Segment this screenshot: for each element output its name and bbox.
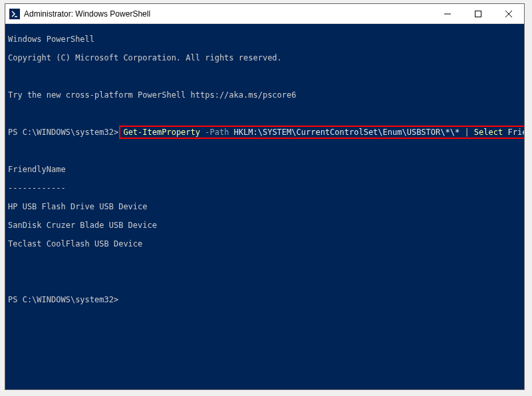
pipe-token: |: [464, 128, 469, 137]
blank-line: [8, 146, 521, 155]
output-rule: ------------: [8, 183, 521, 193]
path-token: HKLM:\SYSTEM\CurrentControlSet\Enum\USBS…: [234, 128, 460, 137]
minimize-button[interactable]: [432, 4, 463, 23]
property-token: FriendlyName: [507, 128, 524, 137]
command-line: PS C:\WINDOWS\system32> Get-ItemProperty…: [8, 128, 521, 137]
prompt: PS C:\WINDOWS\system32>: [8, 295, 118, 304]
command: Get-ItemProperty -Path HKLM:\SYSTEM\Curr…: [123, 128, 524, 137]
blank-line: [8, 276, 521, 286]
powershell-window: Administrator: Windows PowerShell Window…: [5, 3, 525, 390]
cmdlet-token: Select: [474, 128, 503, 137]
cmdlet-token: Get-ItemProperty: [123, 128, 200, 137]
window-title: Administrator: Windows PowerShell: [24, 9, 432, 19]
output-row: Teclast CoolFlash USB Device: [8, 239, 521, 248]
svg-rect-1: [475, 11, 481, 17]
blank-line: [8, 258, 521, 267]
output-header: FriendlyName: [8, 165, 521, 174]
param-token: -Path: [205, 128, 229, 137]
output-row: HP USB Flash Drive USB Device: [8, 202, 521, 211]
banner-line: Windows PowerShell: [8, 35, 521, 44]
powershell-icon: [9, 9, 20, 19]
titlebar[interactable]: Administrator: Windows PowerShell: [5, 4, 524, 24]
banner-line: Copyright (C) Microsoft Corporation. All…: [8, 53, 521, 62]
terminal-body[interactable]: Windows PowerShell Copyright (C) Microso…: [5, 24, 524, 389]
blank-line: [8, 72, 521, 81]
maximize-button[interactable]: [463, 4, 493, 23]
prompt: PS C:\WINDOWS\system32>: [8, 128, 118, 137]
prompt-line: PS C:\WINDOWS\system32>: [8, 295, 521, 304]
window-controls: [432, 4, 524, 23]
close-button[interactable]: [493, 4, 524, 23]
blank-line: [8, 109, 521, 118]
output-row: SanDisk Cruzer Blade USB Device: [8, 221, 521, 230]
try-line: Try the new cross-platform PowerShell ht…: [8, 90, 521, 100]
